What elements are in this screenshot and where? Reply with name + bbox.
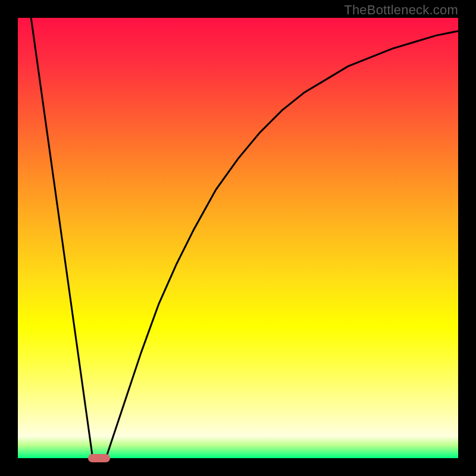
right-rising-curve	[106, 31, 458, 458]
vertex-marker	[88, 454, 110, 462]
left-descending-line	[31, 18, 93, 458]
plot-area	[18, 18, 458, 458]
watermark-text: TheBottleneck.com	[344, 2, 458, 18]
chart-curves	[18, 18, 458, 458]
chart-frame: TheBottleneck.com	[0, 0, 476, 476]
